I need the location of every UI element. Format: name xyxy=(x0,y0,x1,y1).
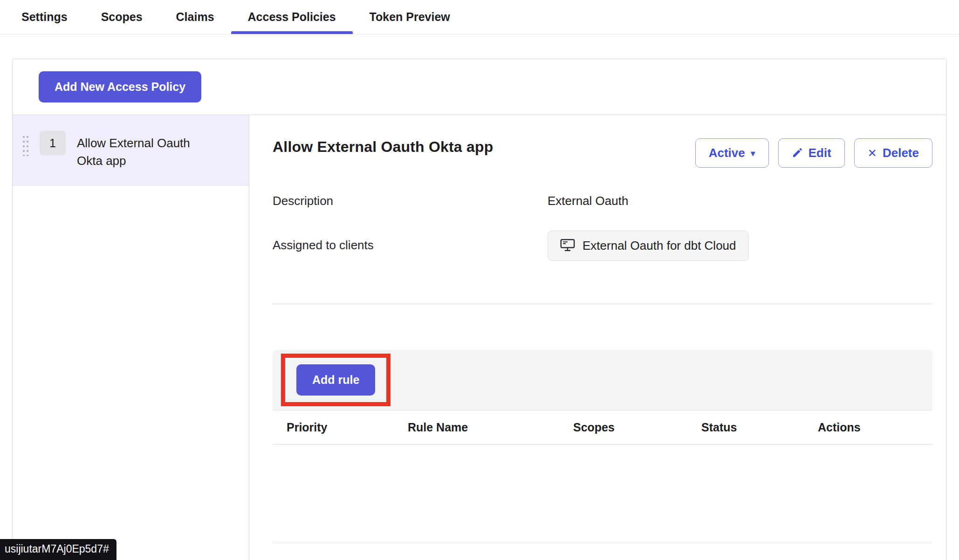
rules-table-header: Priority Rule Name Scopes Status Actions xyxy=(273,410,932,444)
delete-policy-label: Delete xyxy=(883,146,919,160)
assigned-clients-row: Assigned to clients External Oauth for d… xyxy=(273,231,932,261)
rules-section: Add rule Priority Rule Name Scopes Statu… xyxy=(273,350,932,543)
section-divider xyxy=(273,304,932,304)
tab-scopes[interactable]: Scopes xyxy=(84,0,159,34)
column-header-scopes: Scopes xyxy=(573,421,701,434)
client-chip[interactable]: External Oauth for dbt Cloud xyxy=(548,231,749,261)
column-header-priority: Priority xyxy=(287,421,408,434)
policy-list-item[interactable]: 1 Allow External Oauth Okta app xyxy=(13,115,249,186)
rules-table-body xyxy=(273,444,932,543)
policies-toolbar: Add New Access Policy xyxy=(13,59,946,115)
tab-settings[interactable]: Settings xyxy=(5,0,84,34)
caret-down-icon: ▾ xyxy=(751,148,755,159)
drag-handle-icon[interactable] xyxy=(22,135,28,156)
policy-status-dropdown[interactable]: Active ▾ xyxy=(695,138,769,168)
close-icon: ✕ xyxy=(868,147,877,160)
pencil-icon xyxy=(792,147,803,160)
status-url-overlay: usijiutarM7Aj0Ep5d7# xyxy=(0,539,116,560)
rules-toolbar: Add rule xyxy=(273,350,932,410)
tab-token-preview[interactable]: Token Preview xyxy=(353,0,467,34)
policy-list-item-label: Allow External Oauth Okta app xyxy=(77,131,212,170)
client-chip-label: External Oauth for dbt Cloud xyxy=(582,239,736,253)
policy-status-label: Active xyxy=(709,146,745,160)
description-row: Description External Oauth xyxy=(273,194,932,208)
policy-actions: Active ▾ Edit ✕ xyxy=(695,138,932,168)
add-new-access-policy-button[interactable]: Add New Access Policy xyxy=(39,71,201,102)
edit-policy-label: Edit xyxy=(808,146,831,160)
add-rule-button[interactable]: Add rule xyxy=(296,364,375,396)
policy-priority-badge: 1 xyxy=(40,131,66,155)
policy-detail: Allow External Oauth Okta app Active ▾ xyxy=(249,115,946,560)
description-label: Description xyxy=(273,194,548,208)
description-value: External Oauth xyxy=(548,194,628,208)
policy-title: Allow External Oauth Okta app xyxy=(273,138,493,156)
access-policies-panel: Add New Access Policy 1 Allow External O… xyxy=(12,59,947,560)
column-header-rule-name: Rule Name xyxy=(408,421,573,434)
policy-list: 1 Allow External Oauth Okta app xyxy=(13,115,249,560)
assigned-clients-label: Assigned to clients xyxy=(273,231,548,261)
edit-policy-button[interactable]: Edit xyxy=(778,138,845,168)
tab-access-policies[interactable]: Access Policies xyxy=(231,0,353,34)
delete-policy-button[interactable]: ✕ Delete xyxy=(854,138,932,168)
tab-claims[interactable]: Claims xyxy=(159,0,231,34)
column-header-actions: Actions xyxy=(818,421,932,434)
monitor-icon xyxy=(560,239,575,253)
column-header-status: Status xyxy=(701,421,818,434)
tab-bar: Settings Scopes Claims Access Policies T… xyxy=(0,0,959,34)
annotation-highlight: Add rule xyxy=(281,354,390,406)
